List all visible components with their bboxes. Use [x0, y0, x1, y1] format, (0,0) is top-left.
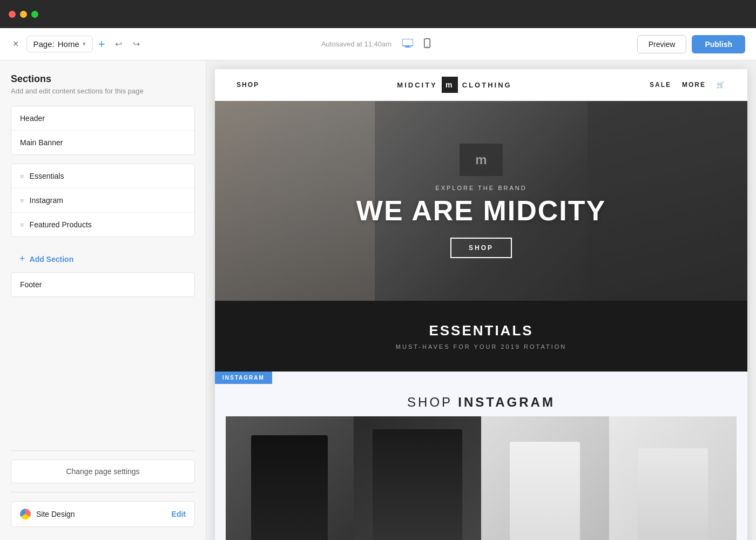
traffic-light-red[interactable] — [9, 11, 16, 18]
person-figure-1 — [226, 416, 354, 540]
instagram-title-bold: INSTAGRAM — [458, 395, 555, 409]
sidebar-spacer — [11, 297, 195, 450]
instagram-grid — [215, 416, 747, 540]
brand-name-right: CLOTHING — [462, 81, 512, 89]
redo-button[interactable]: ↪ — [129, 37, 144, 51]
toolbar-center: Autosaved at 11:40am — [258, 36, 498, 52]
page-name: Home — [58, 39, 79, 49]
figure-body-1 — [251, 435, 328, 540]
plus-icon: + — [19, 253, 25, 265]
sidebar-item-essentials[interactable]: ≡ Essentials — [11, 164, 194, 188]
sidebar-item-featured-products[interactable]: ≡ Featured Products — [11, 213, 194, 237]
title-bar — [0, 0, 756, 28]
sidebar: Sections Add and edit content sections f… — [0, 60, 206, 540]
add-page-button[interactable]: + — [98, 37, 105, 51]
hero-subtitle: EXPLORE THE BRAND — [356, 185, 606, 191]
desktop-view-button[interactable] — [398, 36, 417, 52]
site-design-edit-button[interactable]: Edit — [172, 510, 186, 518]
fixed-sections-group: Header Main Banner — [11, 106, 195, 155]
toolbar-left: × Page: Home ▾ + ↩ ↪ — [11, 36, 251, 52]
instagram-item-2[interactable] — [354, 416, 482, 540]
svg-rect-0 — [402, 39, 413, 46]
hero-shop-button[interactable]: SHOP — [450, 238, 512, 258]
sidebar-item-header[interactable]: Header — [11, 106, 194, 131]
preview-pane: SHOP MIDCITY m CLOTHING SALE MORE 🛒 — [206, 60, 756, 540]
toolbar: × Page: Home ▾ + ↩ ↪ Autosaved at 11:40a… — [0, 28, 756, 60]
header-label: Header — [20, 114, 45, 123]
sidebar-subtitle: Add and edit content sections for this p… — [11, 87, 195, 95]
undo-button[interactable]: ↩ — [111, 37, 126, 51]
instagram-section: INSTAGRAM SHOP INSTAGRAM — [215, 372, 747, 540]
featured-products-label: Featured Products — [30, 220, 92, 229]
nav-sale-link[interactable]: SALE — [650, 81, 671, 89]
instagram-item-4[interactable] — [609, 416, 737, 540]
footer-label: Footer — [20, 280, 42, 289]
instagram-title: SHOP INSTAGRAM — [226, 395, 737, 410]
essentials-label: Essentials — [30, 172, 64, 180]
brand-name-left: MIDCITY — [397, 81, 437, 89]
sidebar-title: Sections — [11, 73, 195, 85]
instagram-item-1[interactable] — [226, 416, 354, 540]
essentials-subtitle: MUST-HAVES FOR YOUR 2019 ROTATION — [226, 343, 737, 350]
sidebar-item-main-banner[interactable]: Main Banner — [11, 131, 194, 154]
person-figure-2 — [354, 416, 482, 540]
toolbar-right: Preview Publish — [505, 35, 745, 53]
undo-redo-group: ↩ ↪ — [111, 37, 144, 51]
autosave-status: Autosaved at 11:40am — [321, 40, 392, 48]
page-selector[interactable]: Page: Home ▾ — [26, 36, 93, 52]
site-design-bar: Site Design Edit — [11, 501, 195, 527]
sidebar-item-footer[interactable]: Footer — [11, 272, 195, 297]
person-figure-4 — [609, 416, 737, 540]
cart-icon[interactable]: 🛒 — [717, 81, 726, 89]
nav-brand: MIDCITY m CLOTHING — [397, 77, 511, 93]
instagram-badge: INSTAGRAM — [215, 372, 272, 384]
main-banner-label: Main Banner — [20, 138, 63, 147]
person-figure-3 — [481, 416, 609, 540]
instagram-label: Instagram — [30, 196, 63, 205]
close-button[interactable]: × — [11, 36, 21, 52]
instagram-title-prefix: SHOP — [407, 395, 458, 409]
device-toggle-group — [398, 36, 435, 52]
essentials-title: ESSENTIALS — [226, 322, 737, 339]
site-design-label: Site Design — [36, 510, 166, 518]
drag-handle-icon: ≡ — [20, 221, 24, 229]
main-layout: Sections Add and edit content sections f… — [0, 60, 756, 540]
hero-brand-text: m — [475, 152, 487, 167]
store-nav: SHOP MIDCITY m CLOTHING SALE MORE 🛒 — [215, 69, 747, 101]
publish-button[interactable]: Publish — [692, 35, 745, 53]
figure-body-4 — [638, 448, 708, 540]
preview-frame: SHOP MIDCITY m CLOTHING SALE MORE 🛒 — [215, 69, 747, 540]
add-section-label: Add Section — [30, 255, 74, 264]
svg-point-4 — [427, 46, 428, 47]
drag-handle-icon: ≡ — [20, 172, 24, 180]
traffic-light-yellow[interactable] — [20, 11, 27, 18]
page-label: Page: — [33, 39, 55, 49]
nav-right-links: SALE MORE 🛒 — [650, 81, 726, 89]
hero-title: WE ARE MIDCITY — [356, 195, 606, 226]
essentials-section: ESSENTIALS MUST-HAVES FOR YOUR 2019 ROTA… — [215, 301, 747, 372]
add-section-button[interactable]: + Add Section — [11, 246, 195, 272]
instagram-header: SHOP INSTAGRAM — [215, 384, 747, 416]
nav-more-link[interactable]: MORE — [682, 81, 706, 89]
drag-handle-icon: ≡ — [20, 197, 24, 205]
sidebar-item-instagram[interactable]: ≡ Instagram — [11, 188, 194, 213]
divider-2 — [11, 492, 195, 492]
hero-content: m EXPLORE THE BRAND WE ARE MIDCITY SHOP — [356, 144, 606, 258]
svg-rect-1 — [406, 46, 409, 47]
nav-shop-link[interactable]: SHOP — [237, 81, 259, 89]
figure-body-2 — [373, 429, 462, 540]
hero-banner: m EXPLORE THE BRAND WE ARE MIDCITY SHOP — [215, 101, 747, 301]
svg-rect-2 — [404, 47, 411, 48]
draggable-sections-group: ≡ Essentials ≡ Instagram ≡ Featured Prod… — [11, 164, 195, 237]
instagram-item-3[interactable] — [481, 416, 609, 540]
mobile-view-button[interactable] — [420, 36, 435, 52]
change-page-settings-button[interactable]: Change page settings — [11, 460, 195, 483]
figure-body-3 — [510, 442, 580, 540]
hero-brand-logo: m — [460, 144, 503, 176]
chevron-down-icon: ▾ — [83, 40, 86, 48]
brand-logo: m — [442, 77, 458, 93]
preview-button[interactable]: Preview — [637, 35, 687, 53]
divider — [11, 450, 195, 451]
site-design-icon — [20, 509, 31, 519]
traffic-light-green[interactable] — [31, 11, 38, 18]
